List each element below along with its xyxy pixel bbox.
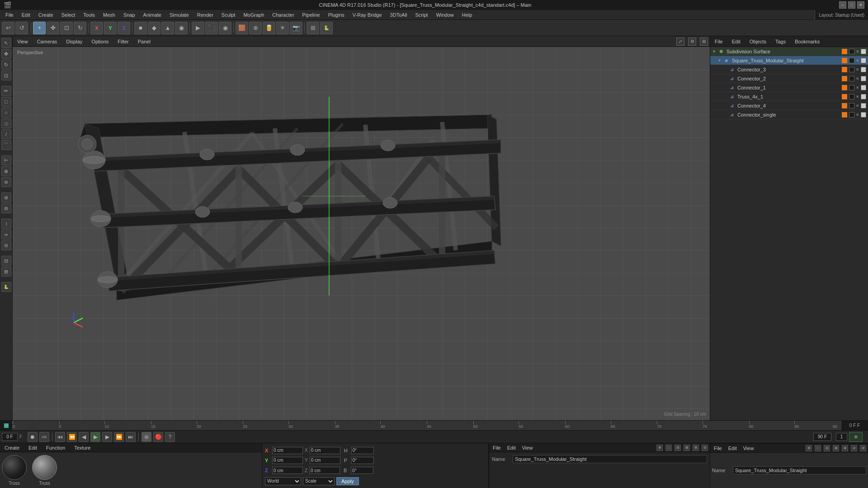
object-mode-btn[interactable]: ■	[134, 22, 147, 34]
line-tool[interactable]: /	[1, 129, 11, 139]
mat-btn-1[interactable]	[849, 49, 854, 54]
redo-button[interactable]: ↺	[15, 22, 28, 34]
x-btn-3[interactable]: ✕	[855, 67, 860, 72]
attr-view-btn[interactable]: View	[520, 445, 535, 450]
rpb-icon-2[interactable]: □	[815, 445, 821, 451]
end-frame-input[interactable]	[813, 433, 831, 441]
obj-bookmarks-btn[interactable]: Bookmarks	[792, 38, 822, 45]
h-rot-input[interactable]	[351, 447, 374, 454]
play-btn[interactable]: ▶	[90, 432, 100, 442]
vp-menu-panel[interactable]: Panel	[135, 38, 153, 45]
vis-btn-5a[interactable]	[842, 85, 847, 90]
p-rot-input[interactable]	[351, 457, 374, 464]
attr-icon-6[interactable]: ⊘	[702, 445, 708, 451]
layout-selector[interactable]: Layout: Startup (Used)	[815, 10, 868, 20]
next-frame-btn[interactable]: ▶	[102, 432, 112, 442]
rpb-file-btn[interactable]: File	[712, 446, 724, 451]
circle-tool[interactable]: ○	[1, 108, 11, 117]
menu-help[interactable]: Help	[458, 11, 476, 19]
mat-btn-14[interactable]	[861, 103, 866, 108]
magnet-tool[interactable]: ⊛	[1, 192, 11, 202]
record-btn[interactable]: ⏺	[28, 432, 38, 442]
arc-tool[interactable]: ⌒	[1, 140, 11, 150]
deform-tool[interactable]: ≀	[1, 219, 11, 229]
menu-render[interactable]: Render	[193, 11, 217, 19]
attr-file-btn[interactable]: File	[491, 445, 503, 450]
mat-btn-16[interactable]	[861, 112, 866, 117]
prev-frame-btn[interactable]: ◀	[79, 432, 89, 442]
python-tool[interactable]: 🐍	[320, 22, 333, 34]
measure-tool[interactable]: ⊢	[1, 155, 11, 165]
x-btn-8[interactable]: ✕	[855, 112, 860, 117]
next-key-btn[interactable]: ⏩	[114, 432, 124, 442]
expand-arrow[interactable]: ▼	[712, 49, 717, 54]
maximize-button[interactable]: □	[848, 1, 855, 9]
go-end-btn[interactable]: ⏭	[126, 432, 136, 442]
mat-btn-7[interactable]	[849, 76, 854, 81]
vis-btn-8a[interactable]	[842, 112, 847, 117]
attr-edit-btn[interactable]: Edit	[505, 445, 518, 450]
x-btn-4[interactable]: ✕	[855, 76, 860, 81]
mode-btn2[interactable]: 🔴	[153, 432, 163, 442]
obj-row-connector4[interactable]: ▶ ⊿ Connector_4 ✕	[710, 101, 868, 110]
vp-settings[interactable]: ⚙	[688, 38, 696, 46]
rpb-icon-3[interactable]: ⊟	[824, 445, 830, 451]
vp-menu-cameras[interactable]: Cameras	[34, 38, 60, 45]
menu-create[interactable]: Create	[35, 11, 57, 19]
x-btn-5[interactable]: ✕	[855, 85, 860, 90]
obj-edit-btn[interactable]: Edit	[729, 38, 743, 45]
name-value-input[interactable]	[513, 455, 707, 463]
morph-tool[interactable]: ≃	[1, 230, 11, 239]
mat-btn-9[interactable]	[849, 85, 854, 90]
menu-vray[interactable]: V-Ray Bridge	[349, 11, 386, 19]
go-start-btn[interactable]: ⏮	[55, 432, 65, 442]
mat-edit-btn[interactable]: Edit	[26, 445, 40, 450]
edge-mode-btn[interactable]: ▲	[161, 22, 174, 34]
cylinder-tool[interactable]: 🥫	[263, 22, 275, 34]
soft-sel-tool[interactable]: ⊜	[1, 203, 11, 213]
rotate-tool[interactable]: ↻	[74, 22, 86, 34]
vp-menu-options[interactable]: Options	[89, 38, 111, 45]
obj-row-connector2[interactable]: ▶ ⊿ Connector_2 ✕	[710, 74, 868, 83]
mat-btn-8[interactable]	[861, 76, 866, 81]
viewport[interactable]: Perspective	[13, 47, 710, 420]
mat-btn-13[interactable]	[849, 103, 854, 108]
y-size-input[interactable]	[310, 457, 340, 464]
box-tool[interactable]: □	[1, 97, 11, 107]
rotate-tool-left[interactable]: ↻	[1, 60, 11, 70]
camera-tool[interactable]: 📷	[290, 22, 302, 34]
autokey-btn[interactable]: AK	[39, 432, 49, 442]
mat-btn-6[interactable]	[861, 67, 866, 72]
menu-select[interactable]: Select	[58, 11, 79, 19]
cube-tool[interactable]: 🟫	[236, 22, 248, 34]
vis-btn-1[interactable]	[842, 49, 847, 54]
minimize-button[interactable]: ─	[839, 1, 846, 9]
python-left[interactable]: 🐍	[1, 282, 11, 292]
attr-icon-3[interactable]: ⊟	[675, 445, 681, 451]
obj-row-connector3[interactable]: ▶ ⊿ Connector_3 ✕	[710, 65, 868, 74]
obj-objects-btn[interactable]: Objects	[747, 38, 769, 45]
x-btn-2[interactable]: ✕	[855, 58, 860, 63]
vis-btn-2a[interactable]	[842, 58, 847, 63]
rpb-edit-btn[interactable]: Edit	[726, 446, 739, 451]
menu-simulate[interactable]: Simulate	[166, 11, 193, 19]
menu-character[interactable]: Character	[269, 11, 297, 19]
obj-row-subdivision[interactable]: ▼ ⊕ Subdivision Surface ✕	[710, 47, 868, 56]
x-pos-input[interactable]	[272, 447, 303, 454]
mat-create-btn[interactable]: Create	[2, 445, 22, 450]
menu-mesh[interactable]: Mesh	[99, 11, 119, 19]
y-axis-btn[interactable]: Y	[104, 22, 117, 34]
x-btn-1[interactable]: ✕	[855, 49, 860, 54]
pen-tool[interactable]: ✏	[1, 86, 11, 96]
space-select[interactable]: World Object Local	[265, 477, 301, 485]
material-item-2[interactable]: Truss	[32, 455, 57, 486]
z-pos-input[interactable]	[272, 467, 303, 474]
rpb-name-input[interactable]	[733, 466, 866, 474]
obj-tags-btn[interactable]: Tags	[773, 38, 788, 45]
rpb-icon-1[interactable]: ⊕	[806, 445, 812, 451]
attr-icon-1[interactable]: ⊕	[656, 445, 663, 451]
vis-btn-6a[interactable]	[842, 94, 847, 99]
attr-icon-2[interactable]: □	[665, 445, 672, 451]
z-size-input[interactable]	[309, 467, 340, 474]
vp-menu-display[interactable]: Display	[63, 38, 85, 45]
